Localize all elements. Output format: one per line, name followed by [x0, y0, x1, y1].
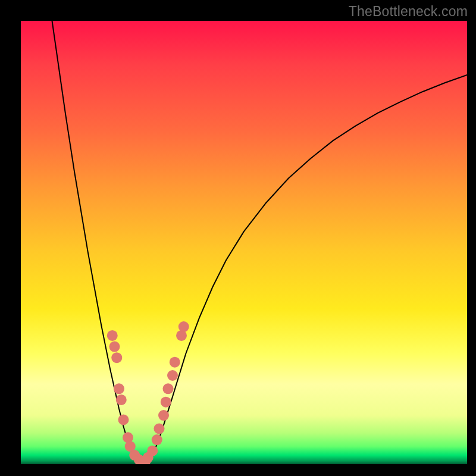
sample-marker	[114, 383, 124, 394]
chart-frame: TheBottleneck.com	[0, 0, 476, 476]
sample-marker	[111, 352, 122, 363]
sample-marker	[154, 423, 165, 434]
sample-marker	[167, 370, 178, 381]
sample-markers	[107, 321, 189, 464]
watermark: TheBottleneck.com	[349, 4, 468, 20]
plot-svg	[21, 21, 467, 464]
sample-marker	[118, 415, 129, 425]
sample-marker	[170, 357, 180, 368]
sample-marker	[109, 342, 120, 352]
sample-marker	[107, 330, 118, 341]
plot-area	[21, 21, 467, 464]
sample-marker	[116, 394, 127, 405]
sample-marker	[161, 397, 171, 408]
sample-marker	[147, 446, 158, 456]
sample-marker	[178, 321, 189, 332]
sample-marker	[163, 383, 174, 394]
sample-marker	[158, 410, 169, 421]
bottleneck-curve	[52, 21, 468, 463]
sample-marker	[152, 434, 162, 445]
